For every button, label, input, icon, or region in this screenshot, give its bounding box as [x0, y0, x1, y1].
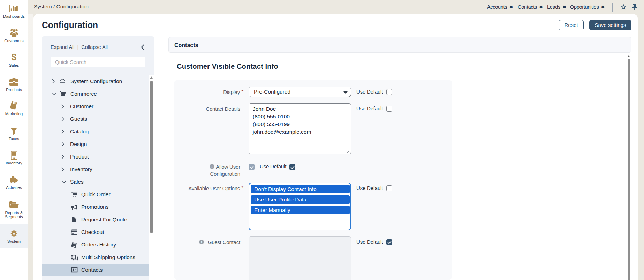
svg-text:$: $ — [12, 53, 17, 61]
